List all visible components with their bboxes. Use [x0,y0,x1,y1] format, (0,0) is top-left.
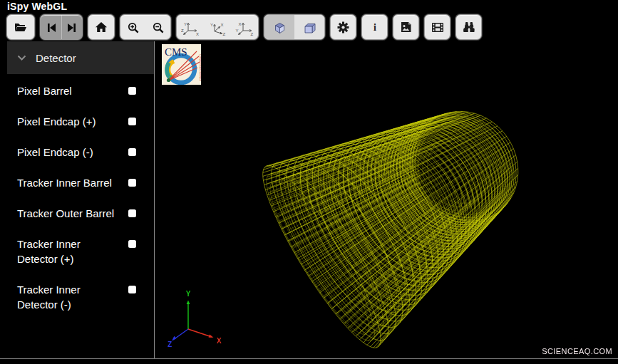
info-icon: i [370,21,380,33]
next-event-button[interactable] [61,15,82,40]
zoom-group [120,14,171,40]
skip-next-icon [67,23,77,33]
axis-xy-icon: X Z Y [235,20,254,36]
info-button[interactable]: i [361,14,388,40]
cms-logo-subtext: Compact Muon Solenoid [199,54,202,80]
content-area: Detector Pixel Barrel Pixel Endcap (+) P… [0,41,618,359]
svg-text:Y: Y [235,28,238,33]
folder-open-icon [14,22,27,33]
axis-z-label: Z [168,340,172,348]
visibility-checkbox[interactable] [128,286,136,293]
sidebar-item-label: Tracker Inner Barrel [17,175,128,190]
skip-previous-icon [46,23,56,33]
svg-text:Z: Z [181,28,184,33]
axis-xz-icon: Y X Z [208,20,227,36]
zoom-in-button[interactable] [120,15,145,40]
watermark: SCIENCEAQ.COM [542,347,612,355]
sidebar-item-3: Tracker Inner Barrel [0,167,154,198]
binoculars-icon [463,21,475,33]
svg-text:X: X [196,32,199,36]
svg-text:i: i [374,22,376,33]
sidebar-item-label: Tracker Outer Barrel [17,206,128,221]
visibility-checkbox[interactable] [128,240,136,248]
app-title: iSpy WebGL [7,1,67,12]
perspective-view-button[interactable] [264,15,294,40]
sidebar-item-label: Pixel Barrel [17,83,128,98]
visibility-checkbox[interactable] [128,87,136,95]
screenshot-button[interactable] [393,14,419,40]
view-xz-button[interactable]: Y X Z [204,15,231,40]
previous-event-button[interactable] [41,15,61,40]
sidebar-item-label: Tracker Inner Detector (-) [17,282,128,312]
sidebar-item-4: Tracker Outer Barrel [0,198,154,229]
svg-text:Z: Z [222,32,225,36]
open-file-button[interactable] [6,14,35,40]
sidebar-item-label: Tracker Inner Detector (+) [17,236,128,266]
browse-files-button[interactable] [455,14,482,40]
sidebar-item-1: Pixel Endcap (+) [0,106,154,137]
svg-text:X: X [220,22,223,26]
event-nav-group [40,14,83,40]
cms-logo: CMS Compact Muon Solenoid [162,44,201,85]
settings-button[interactable] [330,14,356,40]
visibility-checkbox[interactable] [128,118,136,125]
film-icon [431,22,444,33]
zoom-out-button[interactable] [145,15,170,40]
chevron-down-icon [17,55,26,61]
svg-text:Z: Z [250,32,253,36]
svg-text:Y: Y [184,22,187,26]
projection-group [264,14,325,40]
view-zx-button[interactable]: Y X Z [177,15,204,40]
gear-icon [337,21,349,33]
3d-viewport: CMS Compact Muon Solenoid Y X Z SCIENCEA… [155,41,618,358]
svg-text:X: X [238,22,241,26]
axis-zx-icon: Y X Z [181,20,200,36]
sidebar: Detector Pixel Barrel Pixel Endcap (+) P… [0,41,155,358]
image-icon [400,21,412,33]
detector-group-header[interactable]: Detector [7,41,154,74]
visibility-checkbox[interactable] [128,179,136,187]
toolbar: Y X Z Y X Z [0,13,618,41]
sidebar-item-0: Pixel Barrel [0,76,154,106]
animation-button[interactable] [424,14,450,40]
sidebar-item-label: Pixel Endcap (+) [17,114,128,129]
home-button[interactable] [88,14,115,40]
zoom-in-icon [128,22,139,33]
sidebar-item-label: Pixel Endcap (-) [17,145,128,160]
axis-y-label: Y [186,290,191,298]
orthographic-view-button[interactable] [294,15,324,40]
app-window: iSpy WebGL [0,0,618,364]
sidebar-item-6: Tracker Inner Detector (-) [0,274,154,320]
view-xy-button[interactable]: X Z Y [231,15,258,40]
axis-x-label: X [217,337,222,345]
cms-logo-text: CMS [165,46,187,58]
axis-view-group: Y X Z Y X Z [176,14,259,40]
zoom-out-icon [153,22,164,33]
cube-perspective-icon [274,22,286,34]
cube-orthographic-icon [303,22,316,34]
sidebar-item-2: Pixel Endcap (-) [0,137,154,167]
axis-gizmo: Y X Z [167,288,231,352]
detector-group-label: Detector [36,52,76,64]
home-icon [96,22,107,33]
sidebar-item-5: Tracker Inner Detector (+) [0,229,154,274]
title-bar: iSpy WebGL [0,0,618,13]
visibility-checkbox[interactable] [128,209,136,217]
visibility-checkbox[interactable] [128,148,136,156]
detector-item-list: Pixel Barrel Pixel Endcap (+) Pixel Endc… [0,74,154,320]
svg-text:Y: Y [210,23,213,27]
